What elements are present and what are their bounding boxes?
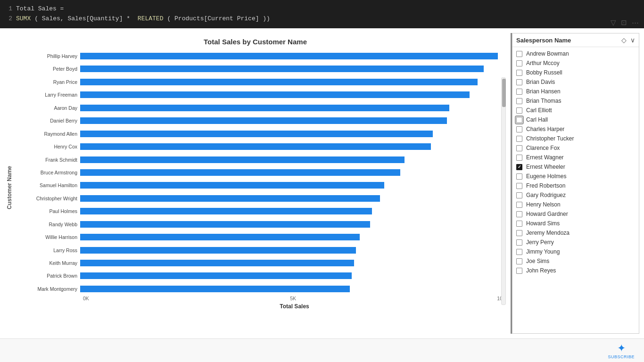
slicer-checkbox[interactable]: ✓ bbox=[516, 164, 522, 170]
slicer-checkbox[interactable] bbox=[516, 173, 522, 180]
slicer-checkbox[interactable] bbox=[516, 192, 522, 198]
bar-label: Daniel Berry bbox=[14, 118, 80, 123]
bar-fill bbox=[80, 182, 384, 189]
slicer-item[interactable]: Brian Thomas bbox=[512, 96, 639, 106]
slicer-checkbox[interactable] bbox=[516, 155, 522, 161]
slicer-item[interactable]: ✓Ernest Wheeler bbox=[512, 162, 639, 172]
slicer-checkbox[interactable] bbox=[516, 126, 522, 132]
bar-row[interactable]: Henry Cox bbox=[14, 142, 506, 151]
bar-row[interactable]: Peter Boyd bbox=[14, 64, 506, 74]
bar-row[interactable]: Bruce Armstrong bbox=[14, 168, 506, 177]
slicer-item[interactable]: Brian Davis bbox=[512, 77, 639, 87]
slicer-item[interactable]: Howard Sims bbox=[512, 219, 639, 228]
bar-row[interactable]: Christopher Wright bbox=[14, 194, 506, 203]
slicer-item[interactable]: Fred Robertson bbox=[512, 181, 639, 190]
slicer-item[interactable]: Clarence Fox bbox=[512, 143, 639, 153]
slicer-reset-icon[interactable]: ◇ bbox=[621, 36, 627, 44]
bar-track bbox=[80, 131, 506, 137]
slicer-item[interactable]: Carl Elliott bbox=[512, 106, 639, 115]
slicer-checkbox[interactable] bbox=[516, 183, 522, 189]
slicer-checkbox[interactable] bbox=[516, 98, 522, 104]
bar-row[interactable]: Larry Freeman bbox=[14, 90, 506, 99]
slicer-item-label: Brian Davis bbox=[526, 79, 555, 85]
slicer-header-icons: ◇ ∨ bbox=[621, 36, 635, 44]
slicer-checkbox[interactable] bbox=[516, 239, 522, 246]
bar-row[interactable]: Patrick Brown bbox=[14, 271, 506, 280]
slicer-checkbox[interactable] bbox=[516, 51, 522, 57]
code-editor: 1 Total Sales = 2 SUMX( Sales, Sales[Qua… bbox=[0, 0, 644, 28]
bar-row[interactable]: Keith Murray bbox=[14, 258, 506, 268]
slicer-checkbox[interactable] bbox=[516, 249, 522, 255]
bar-fill bbox=[80, 195, 380, 202]
slicer-item[interactable]: Andrew Bowman bbox=[512, 49, 639, 58]
slicer-item[interactable]: Joe Sims bbox=[512, 256, 639, 266]
code-line-2: 2 SUMX( Sales, Sales[Quantity] * RELATED… bbox=[5, 14, 639, 24]
bar-row[interactable]: Ryan Price bbox=[14, 77, 506, 87]
slicer-item[interactable]: John Reyes bbox=[512, 266, 639, 275]
bar-track bbox=[80, 182, 506, 189]
slicer-item-label: John Reyes bbox=[526, 267, 556, 274]
slicer-checkbox[interactable] bbox=[516, 221, 522, 227]
slicer-item[interactable]: Charles Harper bbox=[512, 124, 639, 134]
bar-track bbox=[80, 143, 506, 150]
bar-fill bbox=[80, 156, 405, 163]
slicer-item[interactable]: Jerry Perry bbox=[512, 238, 639, 247]
slicer-list[interactable]: Andrew BowmanArthur MccoyBobby RussellBr… bbox=[512, 47, 639, 333]
slicer-checkbox[interactable] bbox=[516, 117, 522, 123]
slicer-item[interactable]: Christopher Tucker bbox=[512, 134, 639, 143]
bar-row[interactable]: Paul Holmes bbox=[14, 206, 506, 216]
slicer-checkbox[interactable] bbox=[516, 89, 522, 95]
slicer-item[interactable]: Bobby Russell bbox=[512, 68, 639, 77]
slicer-item[interactable]: Brian Hansen bbox=[512, 87, 639, 96]
slicer-item[interactable]: Howard Gardner bbox=[512, 209, 639, 219]
bar-row[interactable]: Larry Ross bbox=[14, 246, 506, 255]
filter-icon[interactable]: ▽ bbox=[611, 18, 616, 27]
bar-row[interactable]: Daniel Berry bbox=[14, 116, 506, 125]
slicer-item-label: Eugene Holmes bbox=[526, 173, 566, 180]
slicer-checkbox[interactable] bbox=[516, 258, 522, 264]
slicer-checkbox[interactable] bbox=[516, 107, 522, 114]
slicer-checkbox[interactable] bbox=[516, 60, 522, 66]
slicer-checkbox[interactable] bbox=[516, 211, 522, 217]
slicer-item[interactable]: Carl Hall bbox=[512, 115, 639, 124]
slicer-checkbox[interactable] bbox=[516, 268, 522, 274]
bar-row[interactable]: Phillip Harvey bbox=[14, 51, 506, 61]
bar-track bbox=[80, 247, 506, 254]
chart-scrollbar-thumb[interactable] bbox=[502, 79, 506, 107]
bar-track bbox=[80, 272, 506, 279]
slicer-checkbox[interactable] bbox=[516, 145, 522, 151]
slicer-item-label: Gary Rodriguez bbox=[526, 192, 566, 198]
bar-label: Larry Freeman bbox=[14, 92, 80, 98]
bar-row[interactable]: Willie Harrison bbox=[14, 232, 506, 242]
bar-row[interactable]: Frank Schmidt bbox=[14, 155, 506, 165]
slicer-checkbox[interactable] bbox=[516, 202, 522, 208]
bar-row[interactable]: Samuel Hamilton bbox=[14, 181, 506, 190]
bar-row[interactable]: Aaron Day bbox=[14, 103, 506, 113]
slicer-item-label: Howard Gardner bbox=[526, 211, 568, 217]
code-text-2b: ( Products[Current Price] )) bbox=[167, 14, 270, 24]
slicer-item[interactable]: Henry Nelson bbox=[512, 200, 639, 209]
focus-mode-icon[interactable]: ⊡ bbox=[621, 18, 627, 27]
slicer-item[interactable]: Jeremy Mendoza bbox=[512, 228, 639, 238]
x-axis: 0K5K10K bbox=[83, 294, 506, 301]
more-options-icon[interactable]: ⋯ bbox=[632, 18, 639, 27]
bar-row[interactable]: Mark Montgomery bbox=[14, 284, 506, 294]
slicer-checkbox[interactable] bbox=[516, 79, 522, 85]
slicer-checkbox[interactable] bbox=[516, 230, 522, 236]
slicer-item[interactable]: Ernest Wagner bbox=[512, 153, 639, 162]
subscribe-button[interactable]: ✦ SUBSCRIBE bbox=[608, 342, 635, 359]
slicer-checkbox[interactable] bbox=[516, 136, 522, 142]
bar-track bbox=[80, 53, 506, 59]
slicer-item-label: Andrew Bowman bbox=[526, 50, 569, 57]
slicer-checkbox[interactable] bbox=[516, 70, 522, 76]
chart-scrollbar[interactable] bbox=[501, 77, 506, 305]
slicer-expand-icon[interactable]: ∨ bbox=[630, 36, 635, 44]
bar-track bbox=[80, 79, 506, 85]
slicer-item[interactable]: Gary Rodriguez bbox=[512, 190, 639, 200]
slicer-item[interactable]: Eugene Holmes bbox=[512, 172, 639, 181]
bar-row[interactable]: Randy Webb bbox=[14, 220, 506, 229]
bar-fill bbox=[80, 66, 484, 72]
slicer-item[interactable]: Jimmy Young bbox=[512, 247, 639, 256]
bar-row[interactable]: Raymond Allen bbox=[14, 129, 506, 139]
slicer-item[interactable]: Arthur Mccoy bbox=[512, 58, 639, 68]
